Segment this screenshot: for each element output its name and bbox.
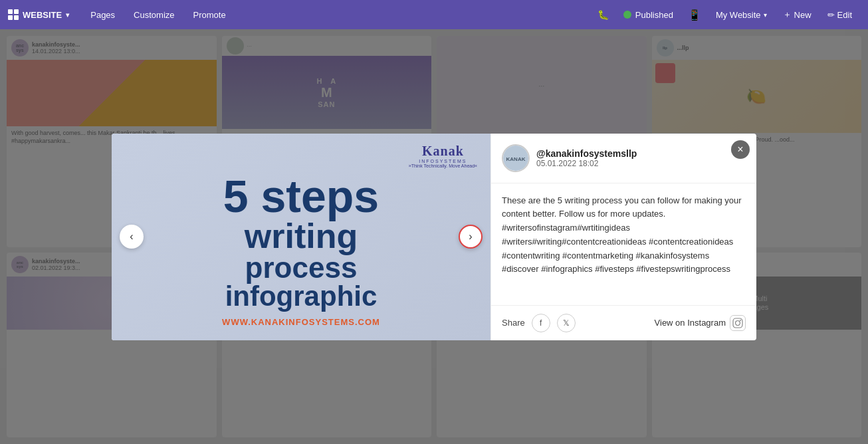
website-label: WEBSITE — [23, 10, 62, 20]
edit-icon: ✏ — [827, 10, 835, 20]
promote-nav[interactable]: Promote — [184, 0, 235, 29]
instagram-icon — [730, 315, 746, 331]
infographic-main-text: 5 steps writing process infographic — [223, 173, 379, 310]
modal-footer: Share f 𝕏 View on Instagram — [491, 305, 756, 340]
view-instagram-label: View on Instagram — [655, 318, 726, 328]
customize-nav[interactable]: Customize — [124, 0, 183, 29]
post-avatar: KANAK — [502, 144, 530, 172]
new-button[interactable]: ＋ New — [775, 9, 819, 21]
view-on-instagram-button[interactable]: View on Instagram — [655, 315, 746, 331]
infographic-line4: infographic — [223, 282, 379, 310]
bug-icon[interactable]: 🐛 — [591, 9, 615, 20]
published-label: Published — [635, 10, 673, 20]
my-website-chevron: ▾ — [764, 11, 767, 19]
edit-label: Edit — [837, 10, 852, 20]
post-datetime: 05.01.2022 18:02 — [536, 159, 637, 168]
plus-icon: ＋ — [783, 9, 792, 21]
post-body: These are the 5 writing process you can … — [491, 183, 756, 305]
infographic-line1: 5 steps — [223, 173, 379, 219]
svg-point-3 — [736, 320, 740, 325]
my-website-label: My Website — [716, 10, 761, 20]
share-label: Share — [502, 318, 525, 328]
infographic-logo: Kanak INFOSYSTEMS »Think Technically. Mo… — [409, 144, 477, 168]
post-user-info: @kanakinfosystemsllp 05.01.2022 18:02 — [536, 148, 637, 168]
facebook-share-button[interactable]: f — [532, 314, 550, 332]
svg-point-4 — [740, 320, 741, 321]
infographic-url: WWW.KANAKINFOSYSTEMS.COM — [222, 317, 380, 327]
svg-text:KANAK: KANAK — [506, 156, 526, 162]
avatar-inner: KANAK — [503, 146, 528, 171]
infographic-tagline: »Think Technically. Move Ahead« — [409, 164, 477, 168]
my-website-dropdown[interactable]: My Website ▾ — [708, 10, 775, 20]
twitter-share-button[interactable]: 𝕏 — [557, 314, 576, 332]
modal-image-panel: Kanak INFOSYSTEMS »Think Technically. Mo… — [112, 134, 490, 340]
post-modal: × Kanak INFOSYSTEMS »Think Technically. … — [112, 134, 756, 340]
modal-overlay[interactable]: × Kanak INFOSYSTEMS »Think Technically. … — [0, 29, 868, 444]
edit-button[interactable]: ✏ Edit — [819, 10, 860, 20]
website-chevron: ▾ — [66, 11, 69, 19]
new-label: New — [794, 10, 812, 20]
device-icon[interactable]: 📱 — [681, 9, 708, 21]
infographic-line3: process — [223, 253, 379, 282]
topnav: WEBSITE ▾ Pages Customize Promote 🐛 Publ… — [0, 0, 868, 29]
infographic-line2: writing — [223, 219, 379, 253]
pages-nav[interactable]: Pages — [81, 0, 124, 29]
infographic: Kanak INFOSYSTEMS »Think Technically. Mo… — [112, 134, 490, 340]
post-text: These are the 5 writing process you can … — [502, 194, 746, 277]
infographic-sub: INFOSYSTEMS — [409, 159, 477, 164]
post-username: @kanakinfosystemsllp — [536, 148, 637, 159]
published-status: Published — [615, 10, 681, 20]
modal-info-panel: KANAK @kanakinfosystemsllp 05.01.2022 18… — [490, 134, 756, 340]
modal-header: KANAK @kanakinfosystemsllp 05.01.2022 18… — [491, 134, 756, 183]
modal-close-button[interactable]: × — [731, 140, 750, 159]
website-logo[interactable]: WEBSITE ▾ — [8, 9, 69, 20]
infographic-brand: Kanak — [409, 144, 477, 159]
svg-rect-2 — [733, 318, 742, 328]
published-dot — [623, 11, 631, 19]
prev-arrow[interactable]: ‹ — [120, 225, 144, 249]
next-arrow[interactable]: › — [459, 225, 483, 249]
